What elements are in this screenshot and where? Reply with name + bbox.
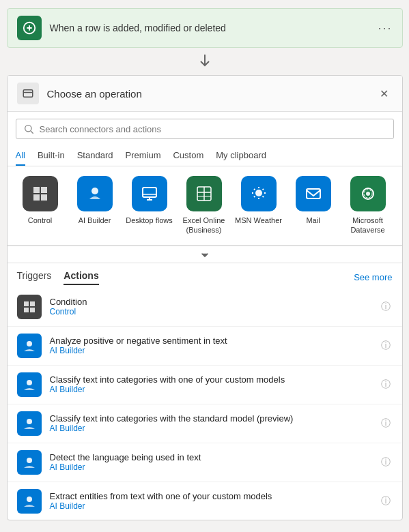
tab-triggers[interactable]: Triggers	[17, 270, 52, 285]
connector-icon-dataverse	[350, 176, 386, 211]
svg-point-36	[27, 341, 32, 346]
action-item[interactable]: Extract entities from text with one of y…	[8, 482, 402, 520]
connector-desktop[interactable]: Desktop flows	[125, 176, 174, 235]
svg-rect-6	[33, 187, 40, 193]
svg-rect-33	[30, 301, 35, 306]
action-info-button[interactable]: ⓘ	[379, 456, 393, 469]
action-title: Condition	[50, 297, 379, 307]
close-button[interactable]: ✕	[376, 85, 393, 102]
connector-label-dataverse: Microsoft Dataverse	[343, 216, 393, 235]
more-icon[interactable]: ···	[378, 21, 392, 35]
connector-icon-ai	[77, 176, 113, 211]
connector-icon-control	[23, 176, 58, 211]
action-item[interactable]: Detect the language being used in text A…	[8, 443, 402, 482]
tab-actions[interactable]: Actions	[64, 270, 98, 285]
action-icon-ai5	[17, 489, 42, 514]
svg-line-27	[254, 196, 255, 197]
svg-point-19	[255, 190, 262, 196]
panel-header-icon	[17, 83, 39, 104]
trigger-bar: When a row is added, modified or deleted…	[7, 8, 403, 48]
connector-icon-mail	[296, 176, 331, 211]
svg-rect-32	[24, 301, 29, 306]
connector-label-msn: MSN Weather	[235, 216, 282, 225]
action-subtitle: AI Builder	[50, 501, 379, 511]
connector-excel[interactable]: Excel Online (Business)	[180, 176, 229, 235]
connector-dataverse[interactable]: Microsoft Dataverse	[343, 176, 393, 235]
connector-label-control: Control	[28, 216, 52, 225]
action-info-button[interactable]: ⓘ	[379, 494, 393, 508]
svg-rect-7	[41, 187, 47, 193]
action-info-sentiment: Analyze positive or negative sentiment i…	[50, 336, 379, 355]
action-icon-ai	[17, 334, 42, 358]
action-title: Classify text into categories with the s…	[50, 413, 379, 424]
see-more-button[interactable]: See more	[354, 272, 392, 282]
svg-line-5	[31, 131, 33, 134]
panel-title: Choose an operation	[47, 88, 376, 100]
action-title: Detect the language being used in text	[50, 452, 379, 462]
connector-icon-desktop	[132, 176, 167, 211]
action-title: Extract entities from text with one of y…	[50, 491, 379, 501]
action-item[interactable]: Classify text into categories with one o…	[8, 366, 402, 404]
action-item[interactable]: Analyze positive or negative sentiment i…	[8, 327, 402, 366]
search-input[interactable]	[40, 124, 386, 134]
action-title: Analyze positive or negative sentiment i…	[50, 336, 379, 346]
action-info-button[interactable]: ⓘ	[379, 339, 393, 353]
flow-arrow	[7, 48, 403, 75]
action-icon-condition	[17, 295, 42, 319]
search-box	[16, 119, 394, 139]
action-info-button[interactable]: ⓘ	[379, 300, 393, 314]
svg-rect-35	[30, 308, 35, 312]
connector-control[interactable]: Control	[16, 176, 65, 235]
connector-mail[interactable]: Mail	[289, 176, 338, 235]
connector-label-ai: AI Builder	[79, 216, 111, 225]
tab-premium[interactable]: Premium	[125, 146, 160, 166]
svg-line-25	[262, 196, 263, 197]
action-info-detect-language: Detect the language being used in text A…	[50, 452, 379, 472]
action-info-classify-standard: Classify text into categories with the s…	[50, 413, 379, 433]
connector-msn-weather[interactable]: MSN Weather	[234, 176, 283, 235]
svg-line-24	[254, 189, 255, 190]
action-info-button[interactable]: ⓘ	[379, 378, 393, 391]
panel-header: Choose an operation ✕	[8, 76, 402, 112]
connector-ai-builder[interactable]: AI Builder	[70, 176, 119, 235]
action-icon-ai2	[17, 372, 42, 397]
action-icon-ai3	[17, 411, 42, 436]
action-info-button[interactable]: ⓘ	[379, 417, 393, 430]
tab-builtin[interactable]: Built-in	[38, 146, 65, 166]
tab-custom[interactable]: Custom	[173, 146, 203, 166]
svg-point-37	[27, 380, 32, 385]
action-info-condition: Condition Control	[50, 297, 379, 316]
svg-point-40	[27, 497, 32, 502]
svg-point-38	[27, 419, 32, 424]
connector-label-mail: Mail	[306, 216, 320, 225]
action-info-classify-custom: Classify text into categories with one o…	[50, 374, 379, 394]
svg-rect-28	[307, 189, 320, 198]
action-item[interactable]: Classify text into categories with the s…	[8, 404, 402, 443]
action-subtitle: AI Builder	[50, 462, 379, 472]
tab-standard[interactable]: Standard	[77, 146, 113, 166]
action-icon-ai4	[17, 450, 42, 475]
connector-grid: Control AI Builder Desktop	[8, 166, 402, 246]
action-info-extract-entities: Extract entities from text with one of y…	[50, 491, 379, 511]
svg-rect-11	[143, 188, 156, 197]
actions-header: Triggers Actions See more	[8, 263, 402, 288]
trigger-title: When a row is added, modified or deleted	[50, 23, 378, 33]
action-subtitle: AI Builder	[50, 385, 379, 394]
tab-all[interactable]: All	[16, 146, 25, 166]
svg-rect-8	[33, 194, 40, 201]
trigger-icon	[17, 16, 42, 40]
svg-point-4	[25, 125, 31, 132]
action-list: Condition Control ⓘ Analyze positive or …	[8, 288, 402, 520]
action-subtitle: AI Builder	[50, 424, 379, 433]
tab-clipboard[interactable]: My clipboard	[216, 146, 266, 166]
svg-point-10	[91, 188, 98, 194]
action-item[interactable]: Condition Control ⓘ	[8, 288, 402, 327]
operation-panel: Choose an operation ✕ All Built-in Stand…	[7, 75, 403, 520]
svg-line-26	[262, 189, 263, 190]
search-icon	[23, 123, 34, 134]
connector-icon-msn	[241, 176, 277, 211]
svg-rect-9	[41, 194, 47, 201]
filter-tabs: All Built-in Standard Premium Custom My …	[8, 146, 402, 166]
expand-row[interactable]	[8, 246, 402, 263]
svg-rect-34	[24, 308, 29, 312]
